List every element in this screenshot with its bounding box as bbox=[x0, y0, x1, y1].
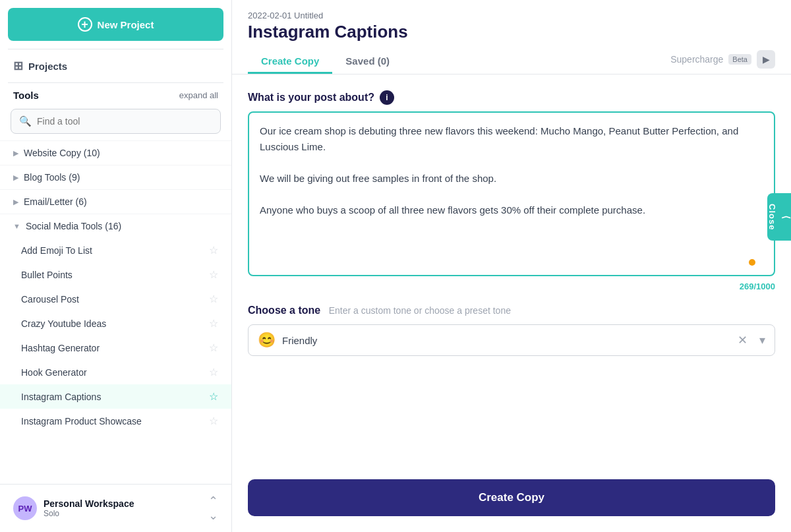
create-copy-footer: Create Copy bbox=[232, 479, 791, 532]
supercharge-text: Supercharge bbox=[670, 54, 723, 65]
tools-list: ▶ Website Copy (10) ▶ Blog Tools (9) ▶ E… bbox=[0, 140, 231, 484]
tool-label: Hashtag Generator bbox=[21, 343, 100, 353]
create-copy-button[interactable]: Create Copy bbox=[248, 479, 775, 516]
tone-row[interactable]: 😊 Friendly ✕ ▾ bbox=[248, 324, 775, 356]
star-icon[interactable]: ☆ bbox=[209, 390, 218, 403]
tool-label: Crazy Youtube Ideas bbox=[21, 318, 106, 329]
post-textarea[interactable] bbox=[248, 111, 775, 276]
projects-row[interactable]: ⊞ Projects bbox=[0, 49, 231, 82]
supercharge-button[interactable]: ▶ bbox=[757, 50, 775, 69]
category-label: Email/Letter (6) bbox=[24, 196, 87, 207]
tool-bullet-points[interactable]: Bullet Points ☆ bbox=[0, 262, 231, 287]
category-label: Website Copy (10) bbox=[24, 148, 100, 158]
search-input[interactable] bbox=[37, 116, 212, 127]
close-icon: ⟨ bbox=[781, 216, 792, 219]
workspace-plan: Solo bbox=[44, 509, 134, 518]
tone-dropdown-icon[interactable]: ▾ bbox=[759, 333, 765, 347]
tool-label: Add Emoji To List bbox=[21, 245, 92, 256]
post-section: What is your post about? i 269/1000 bbox=[248, 90, 775, 291]
beta-badge: Beta bbox=[728, 54, 751, 65]
star-icon[interactable]: ☆ bbox=[209, 244, 218, 256]
star-icon[interactable]: ☆ bbox=[209, 317, 218, 330]
supercharge-row: Supercharge Beta ▶ bbox=[670, 50, 775, 74]
tool-label: Instagram Captions bbox=[21, 392, 101, 402]
tool-crazy-youtube[interactable]: Crazy Youtube Ideas ☆ bbox=[0, 311, 231, 336]
category-label: Social Media Tools (16) bbox=[26, 221, 121, 231]
avatar: PW bbox=[13, 496, 37, 520]
tone-emoji-icon: 😊 bbox=[258, 332, 276, 349]
arrow-icon: ▼ bbox=[13, 222, 20, 230]
tone-value: Friendly bbox=[282, 335, 731, 346]
main-body: ⟨ Close What is your post about? i 269/1… bbox=[232, 74, 791, 479]
plus-icon: + bbox=[78, 17, 92, 32]
tool-label: Carousel Post bbox=[21, 294, 79, 305]
tone-section: Choose a tone Enter a custom tone or cho… bbox=[248, 305, 775, 356]
tool-add-emoji[interactable]: Add Emoji To List ☆ bbox=[0, 238, 231, 262]
tool-label: Bullet Points bbox=[21, 270, 73, 280]
arrow-icon: ▶ bbox=[13, 149, 18, 158]
page-title: Instagram Captions bbox=[248, 22, 775, 42]
tone-hint: Enter a custom tone or choose a preset t… bbox=[329, 305, 511, 316]
tone-label: Choose a tone bbox=[248, 305, 320, 316]
star-icon[interactable]: ☆ bbox=[209, 268, 218, 281]
workspace-info: PW Personal Workspace Solo bbox=[13, 496, 134, 520]
search-container: 🔍 bbox=[0, 106, 231, 140]
star-icon[interactable]: ☆ bbox=[209, 415, 218, 427]
main-content: 2022-02-01 Untitled Instagram Captions C… bbox=[232, 0, 791, 532]
chevron-updown-icon[interactable]: ⌃⌄ bbox=[208, 494, 218, 523]
tab-create-copy[interactable]: Create Copy bbox=[248, 50, 332, 74]
star-icon[interactable]: ☆ bbox=[209, 341, 218, 354]
category-email-letter[interactable]: ▶ Email/Letter (6) bbox=[0, 189, 231, 214]
tool-carousel-post[interactable]: Carousel Post ☆ bbox=[0, 287, 231, 311]
star-icon[interactable]: ☆ bbox=[209, 293, 218, 305]
arrow-icon: ▶ bbox=[13, 173, 18, 182]
workspace-text: Personal Workspace Solo bbox=[44, 498, 134, 518]
category-website-copy[interactable]: ▶ Website Copy (10) bbox=[0, 140, 231, 165]
close-label: Close bbox=[767, 204, 777, 230]
star-icon[interactable]: ☆ bbox=[209, 366, 218, 378]
projects-label: Projects bbox=[28, 61, 67, 72]
tool-instagram-captions[interactable]: Instagram Captions ☆ bbox=[0, 384, 231, 409]
tool-instagram-product[interactable]: Instagram Product Showcase ☆ bbox=[0, 409, 231, 433]
search-icon: 🔍 bbox=[19, 115, 32, 127]
tool-label: Instagram Product Showcase bbox=[21, 416, 142, 427]
search-box: 🔍 bbox=[11, 109, 221, 134]
expand-all-link[interactable]: expand all bbox=[179, 90, 218, 100]
tone-clear-button[interactable]: ✕ bbox=[738, 333, 747, 347]
tool-label: Hook Generator bbox=[21, 367, 87, 378]
new-project-button[interactable]: + New Project bbox=[8, 8, 223, 41]
sidebar-footer: PW Personal Workspace Solo ⌃⌄ bbox=[0, 484, 231, 532]
tools-title: Tools bbox=[13, 90, 39, 101]
new-project-label: New Project bbox=[98, 19, 154, 30]
main-header: 2022-02-01 Untitled Instagram Captions C… bbox=[232, 0, 791, 74]
grid-icon: ⊞ bbox=[13, 59, 23, 73]
tool-hook-generator[interactable]: Hook Generator ☆ bbox=[0, 360, 231, 384]
tab-saved[interactable]: Saved (0) bbox=[332, 50, 403, 74]
tools-header: Tools expand all bbox=[0, 83, 231, 106]
section-label: What is your post about? i bbox=[248, 90, 775, 105]
category-social-media[interactable]: ▼ Social Media Tools (16) bbox=[0, 214, 231, 238]
breadcrumb: 2022-02-01 Untitled bbox=[248, 11, 775, 20]
category-blog-tools[interactable]: ▶ Blog Tools (9) bbox=[0, 165, 231, 189]
arrow-icon: ▶ bbox=[13, 198, 18, 206]
sidebar: + New Project ⊞ Projects Tools expand al… bbox=[0, 0, 232, 532]
tool-hashtag-generator[interactable]: Hashtag Generator ☆ bbox=[0, 336, 231, 360]
char-count: 269/1000 bbox=[248, 281, 775, 291]
tabs-row: Create Copy Saved (0) Supercharge Beta ▶ bbox=[248, 50, 775, 74]
info-icon: i bbox=[380, 90, 394, 105]
category-label: Blog Tools (9) bbox=[24, 172, 80, 183]
close-tab[interactable]: ⟨ Close bbox=[767, 193, 791, 241]
orange-dot bbox=[749, 259, 755, 266]
tabs: Create Copy Saved (0) bbox=[248, 50, 403, 74]
workspace-name: Personal Workspace bbox=[44, 498, 134, 509]
textarea-wrapper bbox=[248, 111, 775, 279]
